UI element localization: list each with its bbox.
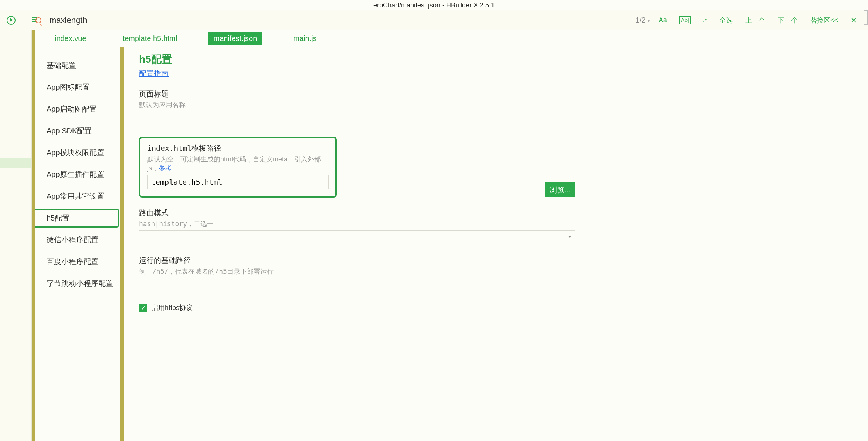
- router-mode-select[interactable]: [139, 230, 575, 245]
- main-area: index.vue template.h5.html manifest.json…: [0, 30, 868, 441]
- section-title: h5配置: [139, 52, 868, 66]
- field-https: ✓ 启用https协议: [139, 303, 868, 312]
- sidebar-item-baidu-mp[interactable]: 百度小程序配置: [35, 251, 120, 273]
- vertical-splitter-left[interactable]: [32, 30, 35, 441]
- whole-word-toggle[interactable]: Ab|: [679, 16, 691, 24]
- sidebar-item-h5[interactable]: h5配置: [35, 207, 120, 229]
- router-label: 路由模式: [139, 208, 575, 218]
- sidebar-item-basic[interactable]: 基础配置: [35, 55, 120, 76]
- minimap-bracket-icon: [864, 10, 868, 25]
- find-icon[interactable]: [32, 16, 41, 24]
- template-highlight-box: index.html模板路径 默认为空，可定制生成的html代码，自定义meta…: [139, 137, 337, 198]
- vertical-splitter-sidebar[interactable]: [120, 47, 124, 441]
- tab-main-js[interactable]: main.js: [288, 32, 322, 45]
- tab-template-h5-html[interactable]: template.h5.html: [118, 32, 183, 45]
- config-guide-link[interactable]: 配置指南: [139, 69, 169, 79]
- sidebar-item-app-sdk[interactable]: App SDK配置: [35, 120, 120, 142]
- tab-index-vue[interactable]: index.vue: [50, 32, 92, 45]
- https-label: 启用https协议: [152, 303, 193, 312]
- manifest-sidebar: 基础配置 App图标配置 App启动图配置 App SDK配置 App模块权限配…: [35, 47, 120, 441]
- match-case-toggle[interactable]: Aa: [659, 16, 667, 24]
- base-path-input[interactable]: [139, 278, 575, 293]
- h5-config-form: h5配置 配置指南 页面标题 默认为应用名称 index.html模板路径 默认…: [139, 47, 868, 441]
- field-template-path: index.html模板路径 默认为空，可定制生成的html代码，自定义meta…: [139, 137, 575, 198]
- router-sub: hash|history，二选一: [139, 219, 575, 228]
- template-path-input[interactable]: [147, 175, 329, 189]
- left-gutter: [0, 30, 32, 441]
- https-checkbox[interactable]: ✓: [139, 304, 147, 312]
- editor-content: index.vue template.h5.html manifest.json…: [35, 30, 868, 441]
- editor-tabs: index.vue template.h5.html manifest.json…: [35, 30, 868, 47]
- sidebar-item-app-splash[interactable]: App启动图配置: [35, 98, 120, 120]
- base-path-sub: 例：/h5/，代表在域名的/h5目录下部署运行: [139, 267, 575, 276]
- sidebar-item-app-native-plugins[interactable]: App原生插件配置: [35, 164, 120, 185]
- base-path-label: 运行的基础路径: [139, 256, 575, 266]
- field-page-title: 页面标题 默认为应用名称: [139, 89, 575, 126]
- page-title-sub: 默认为应用名称: [139, 100, 575, 109]
- field-router-mode: 路由模式 hash|history，二选一: [139, 208, 575, 245]
- close-find-bar-icon[interactable]: ✕: [851, 16, 857, 25]
- browse-button[interactable]: 浏览...: [545, 182, 575, 197]
- tab-manifest-json[interactable]: manifest.json: [208, 32, 262, 45]
- search-count: 1/2: [635, 16, 646, 24]
- run-icon[interactable]: [7, 16, 16, 25]
- sidebar-item-app-icon[interactable]: App图标配置: [35, 76, 120, 98]
- window-title: erpChart/manifest.json - HBuilder X 2.5.…: [373, 1, 495, 9]
- search-term[interactable]: maxlength: [50, 16, 87, 25]
- find-bar: maxlength 1/2 ▾ Aa Ab| .* 全选 上一个 下一个 替换区…: [0, 10, 868, 30]
- sidebar-item-app-permissions[interactable]: App模块权限配置: [35, 142, 120, 164]
- select-all-button[interactable]: 全选: [719, 16, 733, 25]
- window-title-bar: erpChart/manifest.json - HBuilder X 2.5.…: [0, 0, 868, 10]
- page-title-input[interactable]: [139, 112, 575, 126]
- manifest-editor-body: 基础配置 App图标配置 App启动图配置 App SDK配置 App模块权限配…: [35, 47, 868, 441]
- template-sub-text: 默认为空，可定制生成的html代码，自定义meta、引入外部js，: [147, 155, 321, 172]
- find-next-button[interactable]: 下一个: [778, 16, 798, 25]
- template-ref-link[interactable]: 参考: [159, 164, 172, 172]
- sidebar-item-bytedance-mp[interactable]: 字节跳动小程序配置: [35, 273, 120, 294]
- gutter-highlight: [0, 158, 31, 168]
- sidebar-item-wechat-mp[interactable]: 微信小程序配置: [35, 229, 120, 251]
- regex-toggle[interactable]: .*: [703, 17, 707, 23]
- template-sub: 默认为空，可定制生成的html代码，自定义meta、引入外部js，参考: [147, 155, 329, 172]
- field-base-path: 运行的基础路径 例：/h5/，代表在域名的/h5目录下部署运行: [139, 256, 575, 293]
- find-prev-button[interactable]: 上一个: [745, 16, 765, 25]
- page-title-label: 页面标题: [139, 89, 575, 99]
- sidebar-item-app-other[interactable]: App常用其它设置: [35, 185, 120, 207]
- search-count-dropdown-icon[interactable]: ▾: [647, 17, 650, 23]
- replace-toggle-button[interactable]: 替换区<<: [810, 16, 838, 25]
- template-label: index.html模板路径: [147, 143, 329, 153]
